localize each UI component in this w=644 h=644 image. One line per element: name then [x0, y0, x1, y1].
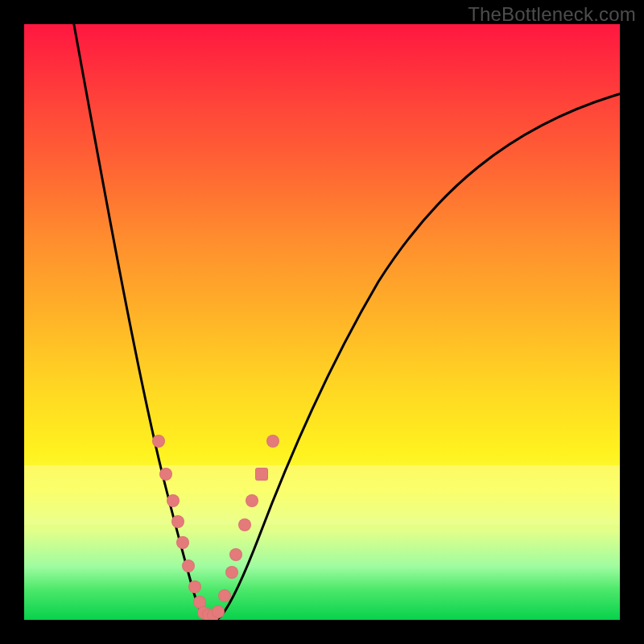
scatter-dot	[266, 435, 279, 448]
scatter-dot	[229, 548, 242, 561]
scatter-dot	[171, 515, 184, 528]
scatter-dot	[167, 494, 180, 507]
curve-layer	[24, 24, 620, 620]
scatter-dot	[255, 468, 268, 481]
plot-area	[24, 24, 620, 620]
chart-frame: TheBottleneck.com	[0, 0, 644, 644]
scatter-dot	[225, 566, 238, 579]
scatter-dot	[159, 468, 172, 481]
dip-curve	[72, 24, 620, 620]
scatter-dot	[176, 536, 189, 549]
scatter-dot	[218, 589, 231, 602]
scatter-dot	[238, 518, 251, 531]
watermark: TheBottleneck.com	[468, 3, 636, 26]
scatter-dot	[212, 605, 225, 618]
scatter-dot	[152, 435, 165, 448]
scatter-dot	[246, 494, 258, 507]
scatter-dot	[182, 559, 195, 572]
scatter-dot	[188, 580, 201, 593]
